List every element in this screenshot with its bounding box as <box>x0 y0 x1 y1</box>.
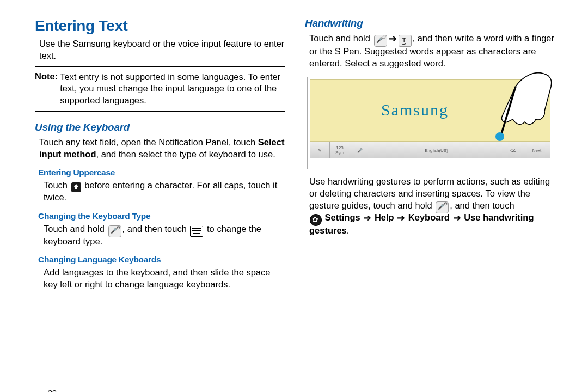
keybar-sym: 123Sym <box>330 142 350 158</box>
arrow-icon-3: ➔ <box>397 212 405 223</box>
keyboard-pre: Touch any text field, open the Notificat… <box>39 137 258 147</box>
keyboard-body: Touch any text field, open the Notificat… <box>39 137 285 161</box>
page-number: 39 <box>48 389 57 392</box>
bold-settings: Settings <box>325 213 360 223</box>
mic-gear-icon <box>108 225 121 237</box>
shift-icon <box>71 182 81 192</box>
h3-lang: Changing Language Keyboards <box>38 255 285 265</box>
divider-bottom <box>35 111 285 112</box>
intro-text: Use the Samsung keyboard or the voice in… <box>39 38 285 62</box>
hw-body: Touch and hold ➔, and then write a word … <box>309 33 555 69</box>
lang-body: Add languages to the keyboard, and then … <box>44 267 285 291</box>
gear-icon <box>310 215 321 225</box>
h3-kbtype: Changing the Keyboard Type <box>38 211 285 221</box>
svg-point-1 <box>495 132 504 141</box>
handwritten-word: Samsung <box>381 101 449 119</box>
arrow-icon-4: ➔ <box>453 212 461 223</box>
uppercase-body: Touch before entering a character. For a… <box>44 180 285 204</box>
handwriting-mode-icon <box>399 35 412 47</box>
h1-entering-text: Entering Text <box>35 17 285 35</box>
right-column: Handwriting Touch and hold ➔, and then w… <box>299 17 566 392</box>
left-column: Entering Text Use the Samsung keyboard o… <box>35 17 299 392</box>
gestures-b: , and then touch <box>450 200 514 210</box>
mic-gear-icon-2 <box>374 35 387 47</box>
manual-page: Entering Text Use the Samsung keyboard o… <box>0 0 588 392</box>
bold-keyboard: Keyboard <box>408 213 450 223</box>
keyboard-post: , and then select the type of keyboard t… <box>96 149 275 159</box>
keybar-mic: 🎤 <box>350 142 370 158</box>
arrow-icon-2: ➔ <box>363 212 371 223</box>
h3-uppercase: Entering Uppercase <box>38 168 285 177</box>
h2-using-keyboard: Using the Keyboard <box>35 121 285 133</box>
gestures-end: . <box>347 225 350 235</box>
kbtype-b: , and then touch <box>122 224 189 234</box>
handwriting-illustration: Samsung ✎ 123Sym 🎤 English(US) ⌫ Next <box>307 77 553 169</box>
upper-a: Touch <box>44 180 70 190</box>
kbtype-body: Touch and hold , and then touch to chang… <box>44 223 285 247</box>
note-block: Note: Text entry is not supported in som… <box>35 71 285 107</box>
keyboard-icon <box>190 226 203 237</box>
keybar-pen: ✎ <box>310 142 330 158</box>
bold-help: Help <box>375 213 394 223</box>
hand-pen-icon <box>464 65 556 146</box>
mic-gear-icon-3 <box>436 201 449 213</box>
h2-handwriting: Handwriting <box>305 17 555 29</box>
note-label: Note: <box>35 71 58 82</box>
divider-top <box>35 66 285 67</box>
note-text: Text entry is not supported in some lang… <box>60 71 285 107</box>
kbtype-a: Touch and hold <box>44 224 107 234</box>
arrow-icon-1: ➔ <box>389 33 397 44</box>
gestures-body: Use handwriting gestures to perform acti… <box>309 176 555 237</box>
writing-area: Samsung <box>310 79 550 142</box>
hw-a: Touch and hold <box>309 33 373 43</box>
